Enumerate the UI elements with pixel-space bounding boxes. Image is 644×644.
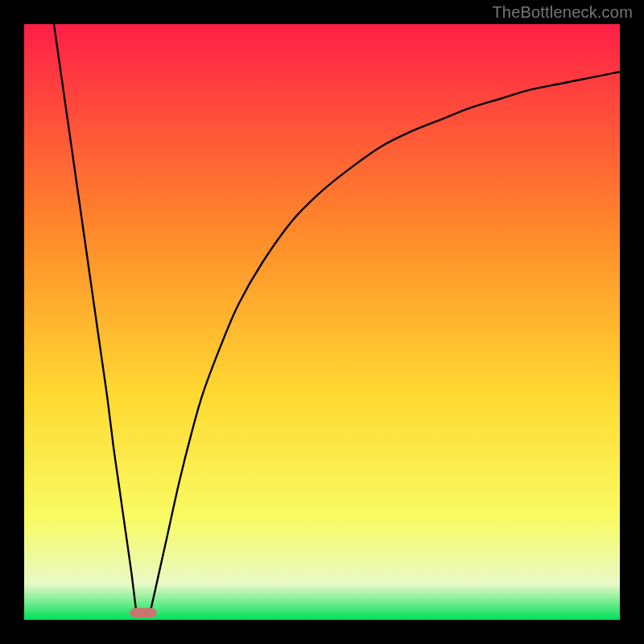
watermark-text: TheBottleneck.com xyxy=(492,3,633,22)
plot-background xyxy=(24,24,620,620)
chart-container: TheBottleneck.com xyxy=(0,0,644,644)
optimal-point-marker xyxy=(130,608,156,617)
bottleneck-chart xyxy=(0,0,644,644)
